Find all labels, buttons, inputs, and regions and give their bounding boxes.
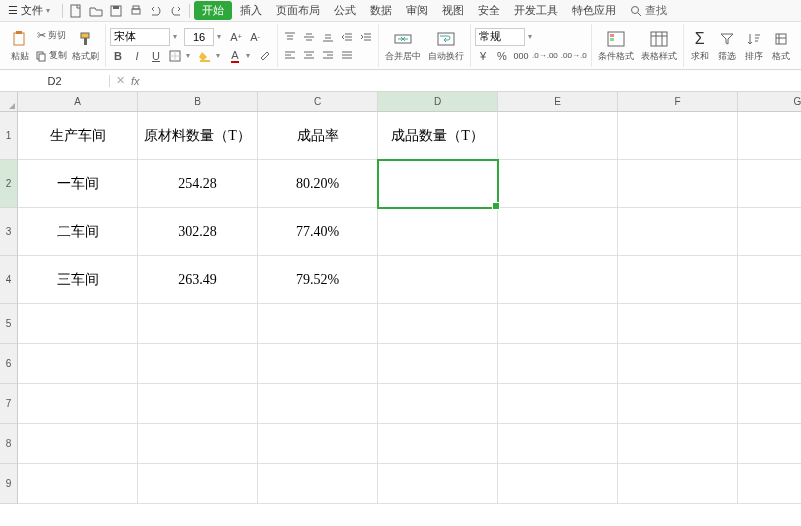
cell[interactable] (18, 424, 138, 464)
format-button[interactable]: 格式 (769, 29, 793, 63)
cell[interactable] (378, 384, 498, 424)
border-button[interactable] (167, 48, 183, 64)
cell[interactable] (618, 304, 738, 344)
currency-button[interactable]: ¥ (475, 48, 491, 64)
sum-button[interactable]: Σ 求和 (688, 29, 712, 63)
undo-icon[interactable] (147, 2, 165, 20)
select-all-corner[interactable] (0, 92, 18, 112)
chevron-down-icon[interactable]: ▾ (528, 32, 536, 41)
col-header[interactable]: B (138, 92, 258, 112)
align-top-button[interactable] (282, 29, 298, 45)
cell[interactable]: 成品数量（T） (378, 112, 498, 160)
font-name-select[interactable] (110, 28, 170, 46)
col-header[interactable]: F (618, 92, 738, 112)
chevron-down-icon[interactable]: ▾ (246, 51, 254, 60)
filter-button[interactable]: 筛选 (715, 29, 739, 63)
fx-cancel-icon[interactable]: ✕ (116, 74, 125, 87)
underline-button[interactable]: U (148, 48, 164, 64)
cell[interactable] (738, 464, 801, 504)
cell[interactable]: 77.40% (258, 208, 378, 256)
tab-view[interactable]: 视图 (436, 1, 470, 20)
save-icon[interactable] (107, 2, 125, 20)
cell[interactable] (138, 384, 258, 424)
search-button[interactable]: 查找 (630, 3, 667, 18)
tab-page-layout[interactable]: 页面布局 (270, 1, 326, 20)
cell[interactable] (498, 304, 618, 344)
cell[interactable] (18, 384, 138, 424)
cell[interactable] (738, 304, 801, 344)
redo-icon[interactable] (167, 2, 185, 20)
cond-format-button[interactable]: 条件格式 (596, 29, 636, 63)
tab-dev-tools[interactable]: 开发工具 (508, 1, 564, 20)
align-center-button[interactable] (301, 47, 317, 63)
sort-button[interactable]: 排序 (742, 29, 766, 63)
cell[interactable] (738, 112, 801, 160)
chevron-down-icon[interactable]: ▾ (173, 32, 181, 41)
cell[interactable]: 79.52% (258, 256, 378, 304)
cell[interactable] (378, 208, 498, 256)
cell[interactable] (618, 208, 738, 256)
row-header[interactable]: 3 (0, 208, 18, 256)
cell[interactable] (618, 160, 738, 208)
cell[interactable] (18, 464, 138, 504)
number-format-select[interactable] (475, 28, 525, 46)
cell[interactable] (378, 344, 498, 384)
cell[interactable] (18, 304, 138, 344)
percent-button[interactable]: % (494, 48, 510, 64)
increase-indent-button[interactable] (358, 29, 374, 45)
cell[interactable] (738, 424, 801, 464)
cell[interactable] (18, 344, 138, 384)
cell[interactable] (378, 256, 498, 304)
cell[interactable] (138, 464, 258, 504)
cell[interactable] (618, 384, 738, 424)
cell[interactable] (378, 304, 498, 344)
cell[interactable]: 263.49 (138, 256, 258, 304)
row-header[interactable]: 2 (0, 160, 18, 208)
cell[interactable] (258, 384, 378, 424)
tab-formula[interactable]: 公式 (328, 1, 362, 20)
bold-button[interactable]: B (110, 48, 126, 64)
align-middle-button[interactable] (301, 29, 317, 45)
justify-button[interactable] (339, 47, 355, 63)
cell[interactable] (498, 256, 618, 304)
chevron-down-icon[interactable]: ▾ (186, 51, 194, 60)
col-header[interactable]: C (258, 92, 378, 112)
tab-insert[interactable]: 插入 (234, 1, 268, 20)
fx-icon[interactable]: fx (131, 75, 140, 87)
row-header[interactable]: 6 (0, 344, 18, 384)
cell[interactable] (738, 160, 801, 208)
row-header[interactable]: 1 (0, 112, 18, 160)
fill-color-button[interactable] (197, 48, 213, 64)
decrease-indent-button[interactable] (339, 29, 355, 45)
cell[interactable]: 302.28 (138, 208, 258, 256)
col-header[interactable]: D (378, 92, 498, 112)
cell[interactable] (378, 464, 498, 504)
cell[interactable]: 80.20% (258, 160, 378, 208)
col-header[interactable]: G (738, 92, 801, 112)
col-header[interactable]: A (18, 92, 138, 112)
cell[interactable]: 成品率 (258, 112, 378, 160)
cell[interactable]: 原材料数量（T） (138, 112, 258, 160)
cell[interactable] (378, 160, 498, 208)
cell[interactable]: 二车间 (18, 208, 138, 256)
cell[interactable] (618, 344, 738, 384)
chevron-down-icon[interactable]: ▾ (217, 32, 225, 41)
tab-security[interactable]: 安全 (472, 1, 506, 20)
font-size-select[interactable] (184, 28, 214, 46)
comma-button[interactable]: 000 (513, 48, 529, 64)
cell[interactable] (258, 424, 378, 464)
cell[interactable] (738, 384, 801, 424)
font-color-button[interactable]: A (227, 48, 243, 64)
chevron-down-icon[interactable]: ▾ (216, 51, 224, 60)
cell[interactable] (498, 424, 618, 464)
cell[interactable] (258, 464, 378, 504)
tab-data[interactable]: 数据 (364, 1, 398, 20)
name-box[interactable]: D2 (0, 75, 110, 87)
row-header[interactable]: 7 (0, 384, 18, 424)
increase-font-button[interactable]: A+ (228, 29, 244, 45)
paste-button[interactable]: 粘贴 (8, 29, 32, 63)
cell[interactable] (618, 112, 738, 160)
cell[interactable] (498, 344, 618, 384)
decrease-decimal-button[interactable]: .00→.0 (561, 48, 587, 64)
tab-review[interactable]: 审阅 (400, 1, 434, 20)
